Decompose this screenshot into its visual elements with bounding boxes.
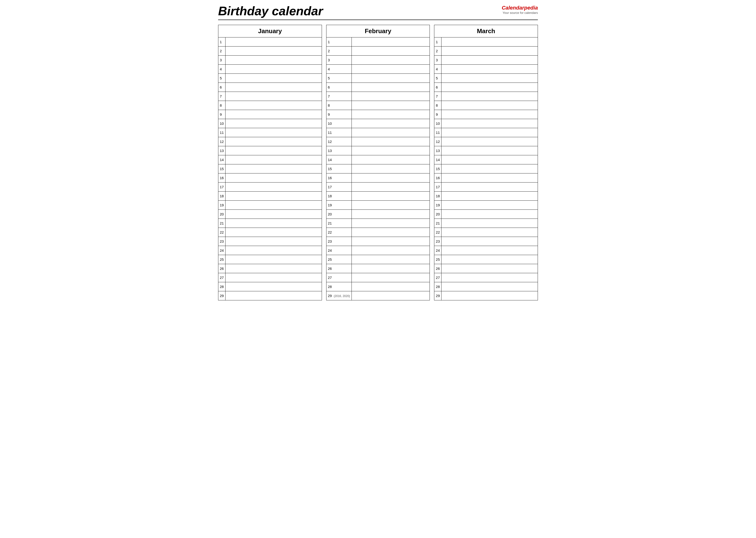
- day-entry[interactable]: [351, 46, 430, 56]
- day-entry[interactable]: [351, 255, 430, 264]
- day-entry[interactable]: [351, 201, 430, 210]
- day-entry[interactable]: [351, 246, 430, 255]
- day-entry[interactable]: [351, 155, 430, 164]
- day-entry[interactable]: [226, 201, 322, 210]
- day-entry[interactable]: [442, 83, 538, 92]
- day-entry[interactable]: [351, 174, 430, 183]
- day-entry[interactable]: [442, 210, 538, 219]
- day-entry[interactable]: [442, 174, 538, 183]
- day-entry[interactable]: [442, 46, 538, 56]
- day-entry[interactable]: [442, 164, 538, 174]
- day-entry[interactable]: [351, 37, 430, 46]
- day-entry[interactable]: [442, 255, 538, 264]
- day-entry[interactable]: [226, 101, 322, 110]
- day-entry[interactable]: [226, 155, 322, 164]
- day-entry[interactable]: [351, 219, 430, 228]
- day-entry[interactable]: [351, 164, 430, 174]
- table-row: 13: [326, 146, 430, 155]
- day-entry[interactable]: [351, 237, 430, 246]
- day-entry[interactable]: [226, 110, 322, 119]
- day-entry[interactable]: [442, 92, 538, 101]
- day-entry[interactable]: [351, 146, 430, 155]
- day-entry[interactable]: [226, 119, 322, 128]
- day-entry[interactable]: [442, 228, 538, 237]
- day-entry[interactable]: [442, 101, 538, 110]
- day-number: 28: [218, 282, 226, 291]
- day-entry[interactable]: [351, 264, 430, 273]
- day-entry[interactable]: [351, 128, 430, 137]
- table-row: 11: [434, 128, 538, 137]
- day-entry[interactable]: [351, 273, 430, 282]
- day-entry[interactable]: [442, 246, 538, 255]
- day-entry[interactable]: [442, 128, 538, 137]
- day-entry[interactable]: [226, 137, 322, 146]
- day-entry[interactable]: [351, 110, 430, 119]
- day-entry[interactable]: [442, 219, 538, 228]
- day-number: 23: [218, 237, 226, 246]
- day-entry[interactable]: [351, 183, 430, 191]
- day-entry[interactable]: [226, 74, 322, 83]
- day-entry[interactable]: [442, 137, 538, 146]
- day-entry[interactable]: [226, 56, 322, 65]
- day-entry[interactable]: [226, 282, 322, 291]
- day-number: 2: [218, 46, 226, 56]
- day-entry[interactable]: [442, 110, 538, 119]
- table-row: 6: [326, 83, 430, 92]
- day-number: 2: [326, 46, 351, 56]
- day-entry[interactable]: [226, 273, 322, 282]
- day-entry[interactable]: [226, 46, 322, 56]
- day-entry[interactable]: [442, 264, 538, 273]
- day-entry[interactable]: [351, 92, 430, 101]
- day-number: 1: [434, 37, 442, 46]
- day-entry[interactable]: [226, 174, 322, 183]
- day-entry[interactable]: [226, 219, 322, 228]
- table-row: 29: [218, 291, 322, 300]
- day-entry[interactable]: [442, 74, 538, 83]
- day-entry[interactable]: [351, 83, 430, 92]
- day-entry[interactable]: [351, 210, 430, 219]
- day-entry[interactable]: [442, 119, 538, 128]
- day-entry[interactable]: [226, 146, 322, 155]
- table-row: 9: [218, 110, 322, 119]
- table-row: 18: [218, 191, 322, 201]
- day-entry[interactable]: [351, 228, 430, 237]
- day-entry[interactable]: [226, 246, 322, 255]
- day-entry[interactable]: [226, 237, 322, 246]
- table-row: 13: [434, 146, 538, 155]
- day-entry[interactable]: [442, 37, 538, 46]
- day-entry[interactable]: [442, 155, 538, 164]
- day-entry[interactable]: [442, 183, 538, 191]
- day-entry[interactable]: [226, 264, 322, 273]
- day-entry[interactable]: [226, 291, 322, 300]
- day-entry[interactable]: [351, 282, 430, 291]
- day-entry[interactable]: [442, 282, 538, 291]
- day-entry[interactable]: [351, 65, 430, 74]
- day-entry[interactable]: [226, 164, 322, 174]
- day-entry[interactable]: [442, 65, 538, 74]
- day-entry[interactable]: [442, 237, 538, 246]
- day-entry[interactable]: [442, 191, 538, 201]
- day-entry[interactable]: [351, 191, 430, 201]
- day-entry[interactable]: [226, 228, 322, 237]
- day-entry[interactable]: [226, 210, 322, 219]
- day-entry[interactable]: [226, 191, 322, 201]
- day-entry[interactable]: [226, 37, 322, 46]
- day-entry[interactable]: [226, 65, 322, 74]
- day-entry[interactable]: [351, 74, 430, 83]
- day-entry[interactable]: [226, 92, 322, 101]
- table-row: 20: [218, 210, 322, 219]
- day-entry[interactable]: [226, 183, 322, 191]
- day-entry[interactable]: [442, 56, 538, 65]
- day-entry[interactable]: [226, 255, 322, 264]
- day-entry[interactable]: [226, 83, 322, 92]
- day-entry[interactable]: [351, 119, 430, 128]
- day-entry[interactable]: [351, 137, 430, 146]
- day-entry[interactable]: [351, 291, 430, 300]
- day-entry[interactable]: [351, 101, 430, 110]
- day-entry[interactable]: [351, 56, 430, 65]
- day-entry[interactable]: [442, 273, 538, 282]
- day-entry[interactable]: [226, 128, 322, 137]
- day-entry[interactable]: [442, 291, 538, 300]
- day-entry[interactable]: [442, 146, 538, 155]
- day-entry[interactable]: [442, 201, 538, 210]
